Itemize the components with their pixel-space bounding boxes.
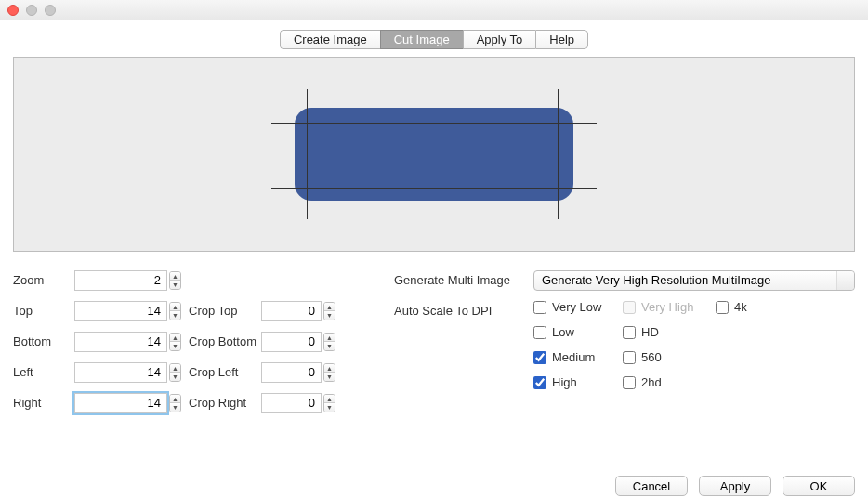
tab-cut-image[interactable]: Cut Image bbox=[380, 30, 463, 49]
checkbox-low[interactable] bbox=[533, 326, 546, 339]
crop-right-input[interactable] bbox=[261, 393, 322, 413]
label-very-low: Very Low bbox=[552, 300, 601, 314]
crop-left-input[interactable] bbox=[261, 362, 322, 383]
tab-create-image[interactable]: Create Image bbox=[280, 30, 380, 49]
top-label: Top bbox=[13, 304, 74, 318]
crop-right-stepper[interactable]: ▲▼ bbox=[323, 394, 335, 412]
preview-shape bbox=[295, 108, 573, 201]
tab-bar: Create Image Cut Image Apply To Help bbox=[280, 30, 588, 49]
bottom-stepper[interactable]: ▲▼ bbox=[169, 333, 181, 351]
checkbox-medium[interactable] bbox=[533, 351, 546, 364]
checkbox-very-high bbox=[623, 301, 636, 314]
titlebar bbox=[0, 0, 868, 20]
bottom-input[interactable] bbox=[74, 332, 167, 352]
guide-bottom bbox=[271, 188, 597, 189]
guide-left bbox=[307, 89, 308, 219]
tab-apply-to[interactable]: Apply To bbox=[463, 30, 536, 49]
apply-button[interactable]: Apply bbox=[699, 476, 771, 496]
zoom-label: Zoom bbox=[13, 273, 74, 287]
crop-right-label: Crop Right bbox=[181, 396, 261, 410]
guide-top bbox=[271, 123, 597, 124]
label-4k: 4k bbox=[734, 300, 747, 314]
left-input[interactable] bbox=[74, 362, 167, 383]
label-low: Low bbox=[552, 325, 574, 339]
checkbox-2hd[interactable] bbox=[623, 376, 636, 389]
auto-scale-to-dpi-label: Auto Scale To DPI bbox=[394, 304, 533, 318]
generate-multi-image-label: Generate Multi Image bbox=[394, 273, 533, 287]
checkbox-560[interactable] bbox=[623, 351, 636, 364]
label-560: 560 bbox=[641, 350, 662, 364]
ok-button[interactable]: OK bbox=[783, 476, 855, 496]
bottom-label: Bottom bbox=[13, 334, 74, 348]
crop-bottom-input[interactable] bbox=[261, 332, 322, 352]
crop-left-stepper[interactable]: ▲▼ bbox=[323, 363, 335, 382]
left-label: Left bbox=[13, 365, 74, 379]
top-input[interactable] bbox=[74, 301, 167, 321]
crop-top-stepper[interactable]: ▲▼ bbox=[323, 302, 335, 320]
crop-bottom-stepper[interactable]: ▲▼ bbox=[323, 333, 335, 351]
window-minimize-button[interactable] bbox=[26, 5, 37, 16]
right-stepper[interactable]: ▲▼ bbox=[169, 394, 181, 412]
label-hd: HD bbox=[641, 325, 659, 339]
zoom-stepper[interactable]: ▲▼ bbox=[169, 271, 181, 290]
label-2hd: 2hd bbox=[641, 375, 662, 389]
crop-top-input[interactable] bbox=[261, 301, 322, 321]
right-label: Right bbox=[13, 396, 74, 410]
generate-multi-image-select[interactable]: Generate Very High Resolution MultiImage bbox=[533, 270, 855, 291]
crop-top-label: Crop Top bbox=[181, 304, 261, 318]
window-close-button[interactable] bbox=[7, 5, 19, 16]
window-zoom-button[interactable] bbox=[45, 5, 56, 16]
checkbox-hd[interactable] bbox=[623, 326, 636, 339]
checkbox-high[interactable] bbox=[533, 376, 546, 389]
preview-area bbox=[13, 57, 855, 252]
guide-right bbox=[558, 89, 559, 219]
checkbox-very-low[interactable] bbox=[533, 301, 546, 314]
left-stepper[interactable]: ▲▼ bbox=[169, 363, 181, 382]
crop-left-label: Crop Left bbox=[181, 365, 261, 379]
dialog-body: Create Image Cut Image Apply To Help Zoo… bbox=[0, 20, 868, 497]
checkbox-4k[interactable] bbox=[716, 301, 729, 314]
zoom-input[interactable] bbox=[74, 270, 167, 291]
right-input[interactable] bbox=[74, 393, 167, 413]
label-high: High bbox=[552, 375, 577, 389]
cancel-button[interactable]: Cancel bbox=[615, 476, 688, 496]
tab-help[interactable]: Help bbox=[535, 30, 588, 49]
crop-bottom-label: Crop Bottom bbox=[181, 334, 261, 348]
top-stepper[interactable]: ▲▼ bbox=[169, 302, 181, 320]
label-medium: Medium bbox=[552, 350, 595, 364]
label-very-high: Very High bbox=[641, 300, 693, 314]
